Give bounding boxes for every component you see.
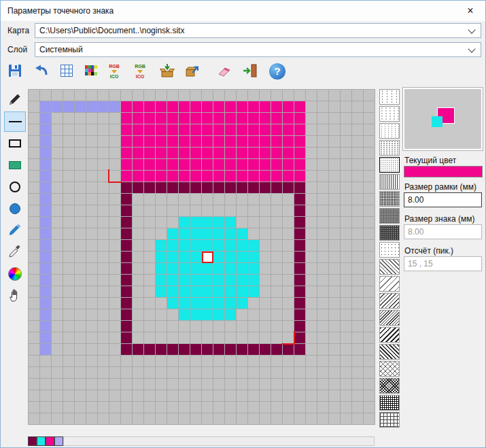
pixel-cell[interactable] — [248, 309, 260, 321]
pixel-cell[interactable] — [190, 344, 202, 356]
pixel-cell[interactable] — [40, 136, 52, 148]
pixel-cell[interactable] — [75, 228, 86, 240]
pixel-cell[interactable] — [248, 367, 260, 379]
pixel-cell[interactable] — [63, 309, 75, 321]
pixel-cell[interactable] — [317, 136, 329, 148]
pixel-cell[interactable] — [40, 182, 52, 194]
pixel-cell[interactable] — [341, 148, 352, 159]
pixel-cell[interactable] — [317, 159, 329, 171]
pixel-cell[interactable] — [98, 309, 109, 321]
pixel-cell[interactable] — [364, 171, 375, 182]
pixel-cell[interactable] — [179, 298, 190, 309]
pixel-cell[interactable] — [167, 402, 179, 413]
pixel-cell[interactable] — [364, 413, 375, 425]
pixel-cell[interactable] — [75, 332, 86, 344]
pixel-cell[interactable] — [237, 148, 248, 159]
pixel-cell[interactable] — [306, 159, 317, 171]
pixel-cell[interactable] — [283, 309, 294, 321]
pixel-cell[interactable] — [294, 367, 306, 379]
pixel-cell[interactable] — [29, 228, 40, 240]
pixel-cell[interactable] — [202, 367, 213, 379]
pixel-cell[interactable] — [109, 217, 121, 228]
pixel-cell[interactable] — [133, 101, 144, 113]
pixel-cell[interactable] — [190, 136, 202, 148]
pixel-cell[interactable] — [364, 136, 375, 148]
pixel-cell[interactable] — [109, 402, 121, 413]
pixel-cell[interactable] — [75, 90, 86, 101]
pixel-cell[interactable] — [283, 298, 294, 309]
pixel-cell[interactable] — [179, 367, 190, 379]
pixel-cell[interactable] — [294, 136, 306, 148]
pixel-cell[interactable] — [294, 332, 306, 344]
pixel-cell[interactable] — [29, 344, 40, 356]
pixel-cell[interactable] — [52, 171, 63, 182]
pixel-cell[interactable] — [98, 298, 109, 309]
pixel-cell[interactable] — [29, 286, 40, 298]
pixel-cell[interactable] — [341, 182, 352, 194]
pixel-cell[interactable] — [294, 228, 306, 240]
pixel-cell[interactable] — [75, 113, 86, 124]
pixel-cell[interactable] — [52, 90, 63, 101]
pixel-cell[interactable] — [329, 286, 341, 298]
pixel-cell[interactable] — [75, 124, 86, 136]
pixel-cell[interactable] — [144, 148, 156, 159]
tool-ellipse-filled[interactable] — [4, 199, 26, 219]
pixel-cell[interactable] — [86, 413, 98, 425]
pixel-cell[interactable] — [237, 182, 248, 194]
pixel-cell[interactable] — [29, 413, 40, 425]
pixel-cell[interactable] — [167, 228, 179, 240]
pixel-cell[interactable] — [283, 148, 294, 159]
pixel-cell[interactable] — [237, 228, 248, 240]
pixel-cell[interactable] — [98, 332, 109, 344]
pixel-cell[interactable] — [248, 217, 260, 228]
pixel-cell[interactable] — [317, 228, 329, 240]
pixel-cell[interactable] — [260, 402, 271, 413]
pixel-cell[interactable] — [29, 90, 40, 101]
pixel-cell[interactable] — [98, 356, 109, 367]
pixel-cell[interactable] — [294, 286, 306, 298]
pixel-cell[interactable] — [63, 332, 75, 344]
pixel-cell[interactable] — [133, 148, 144, 159]
pixel-cell[interactable] — [98, 182, 109, 194]
pixel-cell[interactable] — [329, 275, 341, 286]
pixel-cell[interactable] — [225, 275, 237, 286]
pixel-cell[interactable] — [202, 309, 213, 321]
pixel-cell[interactable] — [352, 217, 364, 228]
pixel-cell[interactable] — [225, 205, 237, 217]
pixel-cell[interactable] — [144, 309, 156, 321]
cursor-cell[interactable] — [202, 252, 213, 263]
pixel-cell[interactable] — [329, 171, 341, 182]
pixel-cell[interactable] — [133, 286, 144, 298]
pixel-cell[interactable] — [306, 379, 317, 390]
pixel-cell[interactable] — [109, 182, 121, 194]
pixel-cell[interactable] — [283, 356, 294, 367]
pixel-cell[interactable] — [213, 379, 225, 390]
pixel-cell[interactable] — [179, 240, 190, 252]
pixel-cell[interactable] — [52, 217, 63, 228]
pixel-cell[interactable] — [341, 379, 352, 390]
pixel-cell[interactable] — [52, 332, 63, 344]
pattern-swatch-dots-medium[interactable] — [379, 123, 400, 139]
pixel-cell[interactable] — [294, 182, 306, 194]
pixel-cell[interactable] — [271, 159, 283, 171]
pixel-cell[interactable] — [29, 321, 40, 332]
pixel-cell[interactable] — [29, 240, 40, 252]
pixel-cell[interactable] — [75, 252, 86, 263]
pixel-cell[interactable] — [306, 148, 317, 159]
pixel-cell[interactable] — [225, 402, 237, 413]
pixel-cell[interactable] — [294, 413, 306, 425]
pixel-cell[interactable] — [63, 136, 75, 148]
pixel-cell[interactable] — [40, 298, 52, 309]
pixel-cell[interactable] — [40, 240, 52, 252]
pixel-cell[interactable] — [213, 309, 225, 321]
pixel-cell[interactable] — [156, 148, 167, 159]
pixel-cell[interactable] — [86, 286, 98, 298]
pixel-cell[interactable] — [283, 159, 294, 171]
pixel-cell[interactable] — [144, 367, 156, 379]
pixel-cell[interactable] — [283, 217, 294, 228]
pixel-cell[interactable] — [167, 217, 179, 228]
pixel-cell[interactable] — [52, 402, 63, 413]
pixel-cell[interactable] — [98, 240, 109, 252]
pixel-cell[interactable] — [40, 402, 52, 413]
pixel-cell[interactable] — [306, 344, 317, 356]
